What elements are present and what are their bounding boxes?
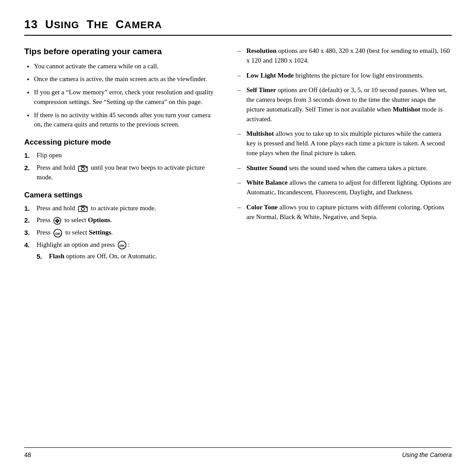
- list-item: Color Tone allows you to capture picture…: [236, 203, 452, 222]
- list-item: Low Light Mode brightens the picture for…: [236, 71, 452, 81]
- list-item: Press OK to select Settings.: [24, 228, 218, 238]
- svg-text:OK: OK: [55, 232, 60, 236]
- svg-rect-3: [86, 167, 87, 168]
- multishot-text: allows you to take up to six multiple pi…: [246, 130, 445, 156]
- list-item: Shutter Sound sets the sound used when t…: [236, 164, 452, 173]
- svg-marker-12: [58, 219, 60, 222]
- footer-page-number: 48: [24, 451, 31, 458]
- list-item: Press to select Options.: [24, 216, 218, 225]
- svg-marker-11: [55, 219, 57, 222]
- content-area: Tips before operating your camera You ca…: [24, 46, 452, 440]
- settings-options-list: Resolution options are 640 x 480, 320 x …: [236, 46, 452, 222]
- ok-icon-2: OK: [118, 241, 126, 249]
- chapter-number: 13: [24, 18, 38, 31]
- flash-label: Flash: [49, 253, 64, 260]
- list-item: Press and hold to activate picture mode.: [24, 204, 218, 213]
- list-item: Flip open: [24, 151, 218, 160]
- right-column: Resolution options are 640 x 480, 320 x …: [236, 46, 452, 440]
- svg-point-5: [82, 208, 85, 211]
- settings-section: Camera settings Press and hold to activa…: [24, 190, 218, 261]
- list-item: If you get a “Low memory” error, check y…: [24, 88, 218, 107]
- settings-title: Camera settings: [24, 190, 218, 200]
- left-column: Tips before operating your camera You ca…: [24, 46, 218, 440]
- list-item: Self Timer options are Off (default) or …: [236, 86, 452, 124]
- tips-list: You cannot activate the camera while on …: [24, 62, 218, 130]
- footer-section-label: Using the Camera: [402, 451, 452, 458]
- accessing-title: Accessing picture mode: [24, 138, 218, 147]
- list-item: Press and hold until you hear two beeps …: [24, 163, 218, 182]
- ok-icon: OK: [53, 229, 62, 238]
- list-item: Flash options are Off, On, or Automatic.: [37, 252, 218, 261]
- list-item: Highlight an option and press OK : Flash…: [24, 240, 218, 261]
- sub-list: Flash options are Off, On, or Automatic.: [37, 252, 218, 261]
- svg-text:OK: OK: [119, 244, 125, 248]
- shutter-sound-label: Shutter Sound: [246, 164, 287, 171]
- options-label: Options: [88, 216, 111, 223]
- svg-point-1: [82, 167, 85, 170]
- page-header: 13 USING THE CAMERA: [24, 18, 452, 36]
- page-title: 13 USING THE CAMERA: [24, 18, 162, 31]
- list-item: If there is no activity within 45 second…: [24, 111, 218, 130]
- nav-icon: [53, 217, 61, 225]
- multishot-label: Multishot: [246, 130, 274, 137]
- page: 13 USING THE CAMERA Tips before operatin…: [0, 0, 476, 476]
- list-item: Resolution options are 640 x 480, 320 x …: [236, 46, 452, 66]
- page-footer: 48 Using the Camera: [24, 447, 452, 458]
- title-the: THE: [86, 18, 108, 31]
- multishot-inline-label: Multishot: [393, 106, 420, 113]
- accessing-steps: Flip open Press and hold until you hear …: [24, 151, 218, 182]
- self-timer-label: Self Timer: [246, 86, 276, 93]
- title-camera: CAMERA: [115, 18, 162, 31]
- shutter-sound-text: sets the sound used when the camera take…: [289, 164, 428, 171]
- camera-icon-2: [78, 205, 88, 212]
- tips-section: Tips before operating your camera You ca…: [24, 46, 218, 130]
- camera-icon: [78, 165, 88, 172]
- settings-label: Settings: [89, 229, 112, 236]
- accessing-section: Accessing picture mode Flip open Press a…: [24, 138, 218, 182]
- settings-steps: Press and hold to activate picture mode.…: [24, 204, 218, 261]
- low-light-label: Low Light Mode: [246, 72, 294, 79]
- list-item: You cannot activate the camera while on …: [24, 62, 218, 71]
- list-item: White Balance allows the camera to adjus…: [236, 178, 452, 197]
- low-light-text: brightens the picture for low light envi…: [295, 72, 424, 79]
- tips-title: Tips before operating your camera: [24, 46, 218, 57]
- white-balance-label: White Balance: [246, 179, 288, 186]
- color-tone-label: Color Tone: [246, 204, 278, 211]
- title-using: USING: [45, 18, 79, 31]
- resolution-label: Resolution: [246, 47, 276, 54]
- svg-rect-7: [86, 207, 87, 208]
- list-item: Once the camera is active, the main scre…: [24, 74, 218, 84]
- resolution-text: options are 640 x 480, 320 x 240 (best f…: [246, 47, 450, 64]
- list-item: Multishot allows you to take up to six m…: [236, 129, 452, 158]
